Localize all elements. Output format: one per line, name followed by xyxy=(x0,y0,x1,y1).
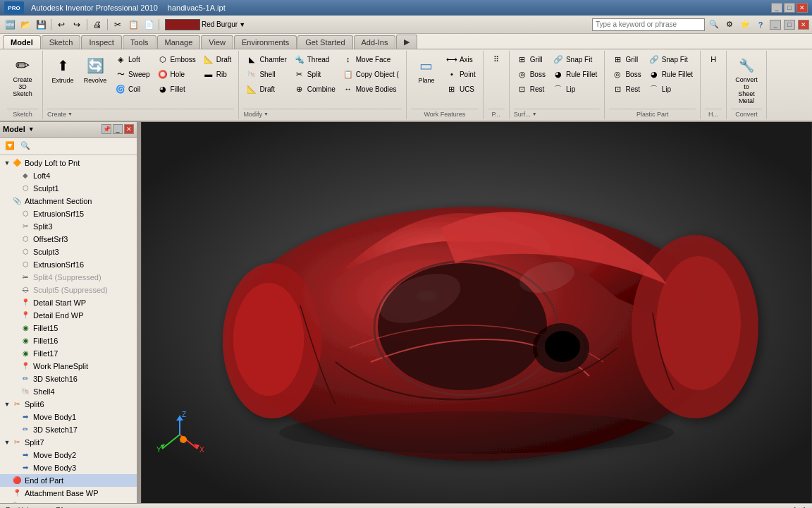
tree-item[interactable]: ◉Fillet15 xyxy=(0,322,137,334)
boss-button[interactable]: ◎ Boss xyxy=(514,67,548,81)
close-button[interactable]: ✕ xyxy=(796,3,808,13)
tab-view[interactable]: View xyxy=(201,35,233,49)
tree-item[interactable]: ⬡Sculpt5 (Suppressed) xyxy=(0,284,137,296)
tree-item[interactable]: ➡Move Body1 xyxy=(0,411,137,423)
tab-manage[interactable]: Manage xyxy=(157,35,201,49)
search-input[interactable] xyxy=(592,18,705,31)
paste-button[interactable]: 📄 xyxy=(142,18,156,32)
color-swatch[interactable] xyxy=(165,19,200,30)
tree-expand-icon[interactable] xyxy=(11,235,20,243)
tree-item[interactable]: ⬡Sculpt3 xyxy=(0,246,137,258)
tree-item[interactable]: ⬡Sculpt1 xyxy=(0,182,137,195)
tree-expand-icon[interactable] xyxy=(11,324,20,332)
tree-expand-icon[interactable] xyxy=(11,260,20,269)
panel-pin-button[interactable]: 📌 xyxy=(102,124,111,134)
tree-expand-icon[interactable] xyxy=(11,387,20,396)
tree-item[interactable]: ▼✂Split7 xyxy=(0,436,137,449)
rule-fillet-button[interactable]: ◕ Rule Fillet xyxy=(550,67,600,81)
search-model-button[interactable]: 🔍 xyxy=(18,139,32,153)
tree-expand-icon[interactable] xyxy=(11,362,20,370)
tree-item[interactable]: ◉Fillet16 xyxy=(0,334,137,347)
toolbar-close[interactable]: ✕ xyxy=(798,20,809,30)
extrude-button[interactable]: ⬆ Extrude xyxy=(47,52,78,86)
tree-expand-icon[interactable] xyxy=(3,197,11,205)
color-dropdown[interactable]: Red Burgur xyxy=(202,20,238,28)
point-button[interactable]: • Point xyxy=(443,67,479,81)
print-button[interactable]: 🖨 xyxy=(90,18,104,32)
tab-environments[interactable]: Environments xyxy=(234,35,297,49)
hole-button[interactable]: ⭕ Hole xyxy=(154,67,199,81)
open-button[interactable]: 📂 xyxy=(18,18,32,32)
help-options-button[interactable]: ⚙ xyxy=(723,18,736,31)
cut-button[interactable]: ✂ xyxy=(111,18,125,32)
tree-expand-icon[interactable] xyxy=(11,286,20,294)
tree-item[interactable]: 🔴End of Part xyxy=(0,474,137,487)
rib-button[interactable]: ▬ Rib xyxy=(200,67,235,81)
save-button[interactable]: 💾 xyxy=(34,18,48,32)
tree-expand-icon[interactable] xyxy=(3,476,11,485)
tree-expand-icon[interactable] xyxy=(11,210,20,218)
thread-button[interactable]: 🔩 Thread xyxy=(291,52,338,66)
revolve-button[interactable]: 🔄 Revolve xyxy=(80,52,111,86)
panel-minimize-button[interactable]: _ xyxy=(113,124,123,134)
tree-expand-icon[interactable] xyxy=(11,311,20,320)
create-dropdown[interactable]: Create xyxy=(47,111,234,118)
grill2-button[interactable]: ⊞ Grill xyxy=(609,52,644,66)
tab-play[interactable]: ▶ xyxy=(396,35,417,49)
tab-sketch[interactable]: Sketch xyxy=(42,35,81,49)
tree-expand-icon[interactable] xyxy=(11,171,20,180)
tree-expand-icon[interactable] xyxy=(11,337,20,345)
tab-add-ins[interactable]: Add-Ins xyxy=(354,35,396,49)
viewport[interactable]: TOP RIGHT FRONT ⊡ ↻ ✋ 🔍 ◻ 👁 xyxy=(141,122,812,503)
panel-close-button[interactable]: ✕ xyxy=(124,124,134,134)
tree-item[interactable]: ➡Move Body2 xyxy=(0,449,137,461)
tree-item[interactable]: ✏3D Sketch16 xyxy=(0,373,137,385)
tree-expand-icon[interactable] xyxy=(11,464,20,472)
new-button[interactable]: 🆕 xyxy=(3,18,17,32)
snap-fit2-button[interactable]: 🔗 Snap Fit xyxy=(646,52,696,66)
tree-expand-icon[interactable] xyxy=(11,273,20,282)
loft-button[interactable]: ◈ Loft xyxy=(112,52,153,66)
ucs-button[interactable]: ⊞ UCS xyxy=(443,82,479,96)
tree-expand-icon[interactable] xyxy=(3,489,11,497)
emboss-button[interactable]: ⬡ Emboss xyxy=(154,52,199,66)
boss2-button[interactable]: ◎ Boss xyxy=(609,67,644,81)
tree-item[interactable]: ✂Split3 xyxy=(0,220,137,233)
coil-button[interactable]: 🌀 Coil xyxy=(112,82,153,96)
convert-sheet-metal-button[interactable]: 🔧 Convert toSheet Metal xyxy=(731,52,762,107)
chamfer-button[interactable]: ◣ Chamfer xyxy=(243,52,289,66)
tree-item[interactable]: ➡Move Body3 xyxy=(0,461,137,474)
redo-button[interactable]: ↪ xyxy=(70,18,84,32)
draft2-button[interactable]: 📐 Draft xyxy=(243,82,289,96)
rest-button[interactable]: ⊡ Rest xyxy=(514,82,548,96)
h-button[interactable]: H xyxy=(705,52,722,66)
toolbar-minimize[interactable]: _ xyxy=(770,20,781,30)
tree-expand-icon[interactable] xyxy=(11,425,20,434)
tree-expand-icon[interactable] xyxy=(11,298,20,307)
tree-expand-icon[interactable] xyxy=(11,451,20,459)
tree-expand-icon[interactable]: ▼ xyxy=(3,400,11,409)
grill-button[interactable]: ⊞ Grill xyxy=(514,52,548,66)
tree-item[interactable]: ◆Loft4 xyxy=(0,169,137,182)
tree-item[interactable]: ✂Split4 (Suppressed) xyxy=(0,271,137,284)
tree-item[interactable]: ▼🔶Body Loft to Pnt xyxy=(0,157,137,169)
fillet-button[interactable]: ◕ Fillet xyxy=(154,82,199,96)
tab-inspect[interactable]: Inspect xyxy=(81,35,121,49)
help-button[interactable]: ? xyxy=(754,18,767,31)
tree-item[interactable]: ⬡OffsetSrf3 xyxy=(0,233,137,246)
tab-model[interactable]: Model xyxy=(3,35,41,49)
tree-item[interactable]: 📎Attachment Section xyxy=(0,195,137,207)
tree-item[interactable]: 📍Attachment Base WP xyxy=(0,487,137,500)
favorites-button[interactable]: ⭐ xyxy=(739,18,751,31)
combine-button[interactable]: ⊕ Combine xyxy=(291,82,338,96)
search-button[interactable]: 🔍 xyxy=(708,18,720,31)
tree-item[interactable]: ⬡ExtrusionSrf15 xyxy=(0,207,137,220)
model-dropdown-arrow[interactable]: ▼ xyxy=(28,126,35,133)
tab-tools[interactable]: Tools xyxy=(123,35,156,49)
filter-button[interactable]: 🔽 xyxy=(3,139,17,153)
tree-item[interactable]: 📍Detail Start WP xyxy=(0,296,137,309)
tree-item[interactable]: 🐚Shell4 xyxy=(0,385,137,398)
rest2-button[interactable]: ⊡ Rest xyxy=(609,82,644,96)
sweep-button[interactable]: 〜 Sweep xyxy=(112,67,153,81)
color-dropdown-arrow[interactable]: ▼ xyxy=(239,21,245,28)
